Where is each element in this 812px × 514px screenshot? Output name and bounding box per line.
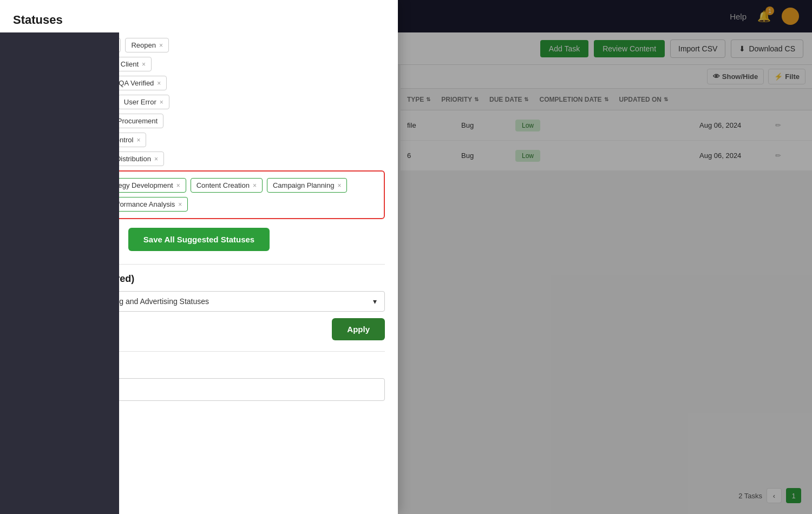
tag-woc-remove[interactable]: ×	[142, 61, 146, 68]
tag-ue-remove[interactable]: ×	[160, 98, 163, 106]
tag-reopen-remove[interactable]: ×	[159, 42, 163, 49]
tag-qa-remove[interactable]: ×	[157, 80, 161, 87]
tag-cp-remove[interactable]: ×	[337, 182, 341, 189]
tag-user-error[interactable]: User Error ×	[118, 95, 169, 109]
tag-pa-remove[interactable]: ×	[178, 201, 182, 208]
tag-qa-verified[interactable]: QA Verified ×	[113, 76, 167, 90]
tag-campaign-planning[interactable]: Campaign Planning ×	[267, 178, 347, 193]
tag-ship-remove[interactable]: ×	[154, 155, 158, 163]
modal-title: Statuses	[13, 13, 385, 27]
apply-button[interactable]: Apply	[332, 318, 385, 340]
tag-sd-remove[interactable]: ×	[176, 182, 180, 189]
tag-reopen[interactable]: Reopen ×	[125, 38, 169, 52]
left-sidebar	[0, 32, 119, 514]
tag-content-creation[interactable]: Content Creation ×	[191, 178, 263, 193]
tag-qc-remove[interactable]: ×	[136, 136, 140, 144]
save-all-suggested-button[interactable]: Save All Suggested Statuses	[128, 228, 270, 251]
tag-cc-remove[interactable]: ×	[253, 182, 257, 189]
chevron-down-icon: ▾	[373, 297, 377, 306]
